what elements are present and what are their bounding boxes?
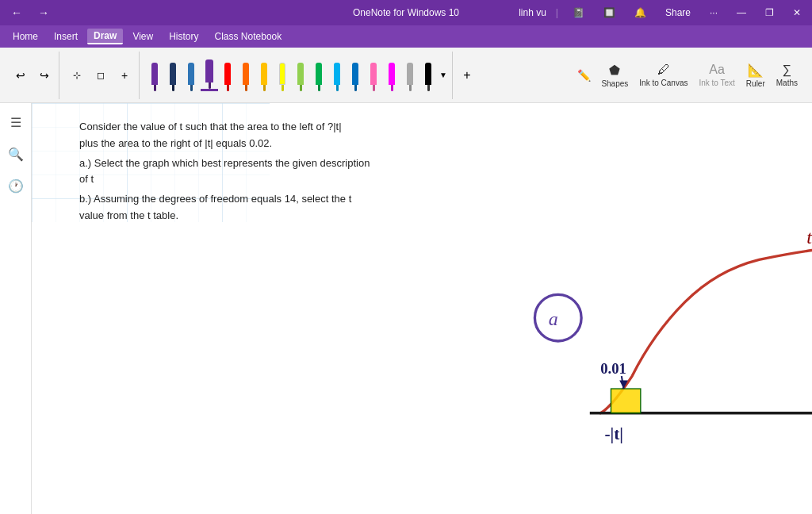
shapes-label: Shapes (601, 79, 628, 88)
lasso-select-button[interactable]: ⊹ (66, 64, 88, 86)
divider: | (556, 7, 558, 18)
menu-draw[interactable]: Draw (87, 29, 123, 44)
pen-blue[interactable] (182, 59, 200, 91)
app-title: OneNote for Windows 10 (353, 7, 459, 18)
menu-class-notebook[interactable]: Class Notebook (209, 29, 289, 44)
selection-group: ⊹ ◻ + (63, 52, 140, 99)
add-button[interactable]: + (113, 64, 136, 86)
note-content: Consider the value of t such that the ar… (71, 111, 812, 514)
forward-button[interactable]: → (33, 5, 54, 21)
more-pens-button[interactable]: ▼ (438, 64, 449, 86)
pens-group: ▼ (143, 52, 453, 99)
window-controls: linh vu | 📓 🔲 🔔 Share ··· — ❐ ✕ (519, 6, 806, 20)
ink-to-text-button[interactable]: Aa Ink to Text (694, 59, 739, 90)
note-line2: plus the area to the right of |t| equals… (79, 136, 381, 152)
close-button[interactable]: ✕ (788, 6, 806, 20)
title-bar: ← → OneNote for Windows 10 linh vu | 📓 🔲… (0, 0, 812, 25)
pen-orange[interactable] (237, 59, 255, 91)
svg-text:-|t|: -|t| (604, 424, 623, 443)
more-options-button[interactable]: ··· (705, 6, 722, 20)
add-pen-button[interactable]: + (456, 64, 478, 86)
svg-rect-5 (611, 389, 640, 413)
onenote-icon[interactable]: 🔲 (599, 6, 620, 20)
pen-pink[interactable] (365, 59, 382, 91)
svg-line-11 (622, 376, 624, 389)
right-tools-group: ✏️ ⬟ Shapes 🖊 Ink to Canvas Aa Ink to Te… (569, 52, 806, 99)
minimize-button[interactable]: — (732, 6, 751, 20)
maths-button[interactable]: ∑ Maths (772, 59, 802, 90)
pen-sky-blue[interactable] (328, 59, 346, 91)
menu-view[interactable]: View (126, 29, 159, 44)
canvas-area[interactable]: Consider the value of t such that the ar… (32, 103, 812, 514)
pen-yellow[interactable] (274, 59, 291, 91)
pen-yellow-orange[interactable] (255, 59, 273, 91)
svg-text:a: a (549, 309, 558, 329)
share-button[interactable]: Share (661, 6, 695, 20)
pen-dark-blue[interactable] (164, 59, 182, 91)
note-line1: Consider the value of t such that the ar… (79, 119, 381, 136)
draw-toolbar: ↩ ↪ ⊹ ◻ + (0, 48, 812, 103)
touchwrite-button[interactable]: ✏️ (573, 64, 595, 86)
pen-red[interactable] (219, 59, 236, 91)
ink-to-canvas-button[interactable]: 🖊 Ink to Canvas (634, 59, 692, 90)
ink-to-canvas-label: Ink to Canvas (639, 79, 688, 87)
svg-marker-12 (619, 380, 628, 389)
ruler-label: Ruler (746, 79, 765, 88)
notebook-icon[interactable]: 📓 (568, 6, 589, 20)
nav-buttons: ← → (6, 5, 54, 21)
pen-gray[interactable] (401, 59, 419, 91)
pen-light-green[interactable] (292, 59, 309, 91)
maths-icon: ∑ (783, 63, 791, 77)
bell-icon[interactable]: 🔔 (630, 6, 651, 20)
pen-magenta[interactable] (383, 59, 400, 91)
sidebar-search-icon[interactable]: 🔍 (3, 141, 29, 167)
note-line6: value from the t table. (79, 208, 381, 224)
sidebar-pages-icon[interactable]: ☰ (3, 109, 29, 135)
pen-green[interactable] (310, 59, 327, 91)
maths-label: Maths (776, 79, 798, 87)
pen-black[interactable] (419, 59, 437, 91)
ink-to-text-label: Ink to Text (699, 79, 734, 87)
sidebar: ☰ 🔍 🕐 (0, 103, 32, 514)
menu-insert[interactable]: Insert (48, 29, 84, 44)
ink-to-text-icon: Aa (709, 63, 725, 77)
user-name: linh vu (519, 7, 546, 18)
ink-to-canvas-icon: 🖊 (657, 63, 670, 77)
menu-home[interactable]: Home (6, 29, 44, 44)
note-text-block: Consider the value of t such that the ar… (79, 119, 381, 224)
sidebar-recent-icon[interactable]: 🕐 (3, 173, 29, 198)
pen-dark-teal[interactable] (347, 59, 364, 91)
note-line4: of t (79, 171, 381, 188)
eraser-button[interactable]: ◻ (90, 64, 112, 86)
shapes-button[interactable]: ⬟ Shapes (596, 59, 633, 91)
ruler-button[interactable]: 📐 Ruler (741, 59, 770, 91)
svg-text:t: t (806, 227, 812, 247)
svg-point-2 (534, 294, 581, 341)
ruler-icon: 📐 (748, 63, 764, 78)
pen-purple[interactable] (146, 59, 163, 91)
svg-rect-6 (611, 389, 640, 413)
svg-text:0.01: 0.01 (600, 360, 626, 377)
undo-button[interactable]: ↩ (10, 64, 32, 86)
note-line3: a.) Select the graph which best represen… (79, 155, 381, 172)
shapes-icon: ⬟ (609, 63, 620, 78)
note-line5: b.) Assuming the degrees of freedom equa… (79, 191, 381, 208)
menu-history[interactable]: History (163, 29, 205, 44)
back-button[interactable]: ← (6, 5, 27, 21)
menu-bar: Home Insert Draw View History Class Note… (0, 25, 812, 48)
maximize-button[interactable]: ❐ (760, 6, 779, 20)
redo-button[interactable]: ↪ (33, 64, 56, 86)
pen-selected[interactable] (201, 59, 218, 91)
undo-redo-group: ↩ ↪ (6, 52, 59, 99)
